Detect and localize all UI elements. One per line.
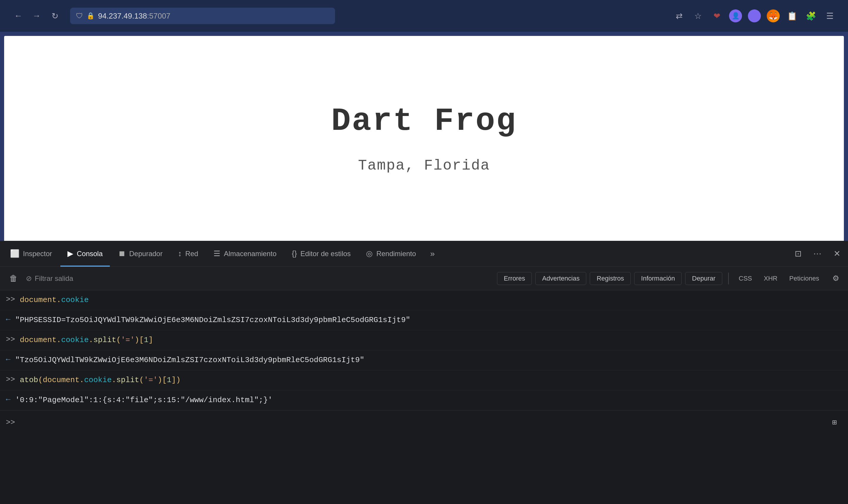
filter-badges: Errores Advertencias Registros Informaci… [497,272,842,285]
options-button[interactable]: ⋯ [809,246,826,262]
output-arrow-2: ← [6,355,11,364]
console-input[interactable] [20,418,827,427]
reload-button[interactable]: ↻ [48,10,61,22]
more-tabs-button[interactable]: » [424,246,441,262]
devtools-right-actions: ⊡ ⋯ ✕ [790,246,845,262]
tab-performance[interactable]: ◎ Rendimiento [359,241,423,267]
tab-network[interactable]: ↕ Red [171,241,205,267]
network-icon: ↕ [178,249,182,258]
console-output-1: "PHPSESSID=Tzo5OiJQYWdlTW9kZWwiOjE6e3M6N… [15,314,842,326]
output-arrow-1: ← [6,314,11,324]
input-prompt-2: >> [6,335,15,344]
screenshot-icon[interactable]: 📋 [786,10,798,22]
console-code-1: document.cookie [20,294,842,306]
console-output-2: "Tzo5OiJQYWdlTW9kZWwiOjE6e3M6NDoiZmlsZSI… [15,355,842,366]
devtools-panel: ⬜ Inspector ▶ Consola ⏹ Depurador ↕ Red … [0,241,848,504]
console-code-2: document.cookie.split('=')[1] [20,335,842,346]
filter-xhr[interactable]: XHR [760,272,781,285]
webpage: Dart Frog Tampa, Florida [4,36,844,241]
code-part: document [20,295,56,304]
purple-circle [748,10,761,22]
star-icon[interactable]: ☆ [691,10,704,22]
output-arrow-3: ← [6,395,11,404]
filter-requests[interactable]: Peticiones [785,272,823,285]
debugger-icon: ⏹ [118,249,126,258]
tab-console[interactable]: ▶ Consola [60,241,110,267]
console-entry-2-output: ← "Tzo5OiJQYWdlTW9kZWwiOjE6e3M6NDoiZmlsZ… [0,350,848,370]
console-input-prompt: >> [6,418,15,427]
filter-css[interactable]: CSS [735,272,756,285]
console-output-3: '0:9:"PageModel":1:{s:4:"file";s:15:"/ww… [15,395,842,406]
dock-button[interactable]: ⊡ [790,246,806,262]
filter-input-wrap: ⊘ Filtrar salida [26,274,203,283]
tab-inspector[interactable]: ⬜ Inspector [3,241,59,267]
filter-logs[interactable]: Registros [590,272,631,285]
tab-style-editor[interactable]: {} Editor de estilos [285,241,358,267]
console-entry-1-output: ← "PHPSESSID=Tzo5OiJQYWdlTW9kZWwiOjE6e3M… [0,310,848,330]
translate-icon[interactable]: ⇄ [672,10,685,22]
devtools-toolbar: ⬜ Inspector ▶ Consola ⏹ Depurador ↕ Red … [0,241,848,267]
console-empty-space [0,434,848,504]
console-entry-1-input: >> document.cookie [0,290,848,310]
filter-icon: ⊘ [26,274,32,283]
console-icon: ▶ [68,249,73,258]
tab-debugger[interactable]: ⏹ Depurador [111,241,169,267]
console-entry-2-input: >> document.cookie.split('=')[1] [0,330,848,350]
multiline-button[interactable]: ⊞ [827,415,842,430]
filter-info[interactable]: Información [634,272,682,285]
forward-button[interactable]: → [30,10,43,22]
close-devtools-button[interactable]: ✕ [829,246,845,262]
console-entry-3-output: ← '0:9:"PageModel":1:{s:4:"file";s:15:"/… [0,390,848,410]
input-prompt-3: >> [6,375,15,384]
filter-warnings[interactable]: Advertencias [535,272,586,285]
menu-icon[interactable]: ☰ [823,10,836,22]
console-settings-button[interactable]: ⚙ [829,272,842,285]
filter-divider [728,273,729,284]
lock-icon: 🔒 [87,12,94,20]
filter-errors[interactable]: Errores [497,272,532,285]
clear-console-button[interactable]: 🗑 [6,271,21,286]
inspector-icon: ⬜ [10,249,19,258]
nav-buttons: ← → ↻ [12,10,61,22]
back-button[interactable]: ← [12,10,25,22]
page-subtitle: Tampa, Florida [358,157,490,174]
shield-icon: 🛡 [76,12,83,20]
performance-icon: ◎ [366,249,373,258]
browser-actions: ⇄ ☆ ❤ 👤 🦊 📋 🧩 ☰ [672,10,836,22]
console-input-side: ⊞ [827,415,842,430]
address-bar[interactable]: 🛡 🔒 94.237.49.138:57007 [70,8,335,24]
console-entry-3-input: >> atob(document.cookie.split('=')[1]) [0,370,848,390]
input-prompt-1: >> [6,294,15,304]
firefox-logo: 🦊 [767,10,780,22]
content-area: Dart Frog Tampa, Florida [0,32,848,241]
filter-debug[interactable]: Depurar [685,272,722,285]
console-filter-bar: 🗑 ⊘ Filtrar salida Errores Advertencias … [0,267,848,290]
pocket-icon[interactable]: ❤ [710,10,723,22]
console-input-row: >> ⊞ [0,410,848,434]
code-part: cookie [61,295,89,304]
url-text: 94.237.49.138:57007 [98,12,170,21]
console-code-3: atob(document.cookie.split('=')[1]) [20,375,842,386]
filter-placeholder-text: Filtrar salida [35,274,73,283]
tab-storage[interactable]: ☰ Almacenamiento [206,241,284,267]
storage-icon: ☰ [214,249,220,258]
console-output: >> document.cookie ← "PHPSESSID=Tzo5OiJQ… [0,290,848,504]
extensions-icon[interactable]: 🧩 [805,10,817,22]
account-avatar[interactable]: 👤 [729,10,742,22]
page-title: Dart Frog [331,103,517,140]
browser-chrome: ← → ↻ 🛡 🔒 94.237.49.138:57007 ⇄ ☆ ❤ 👤 🦊 … [0,0,848,32]
style-editor-icon: {} [292,249,297,258]
